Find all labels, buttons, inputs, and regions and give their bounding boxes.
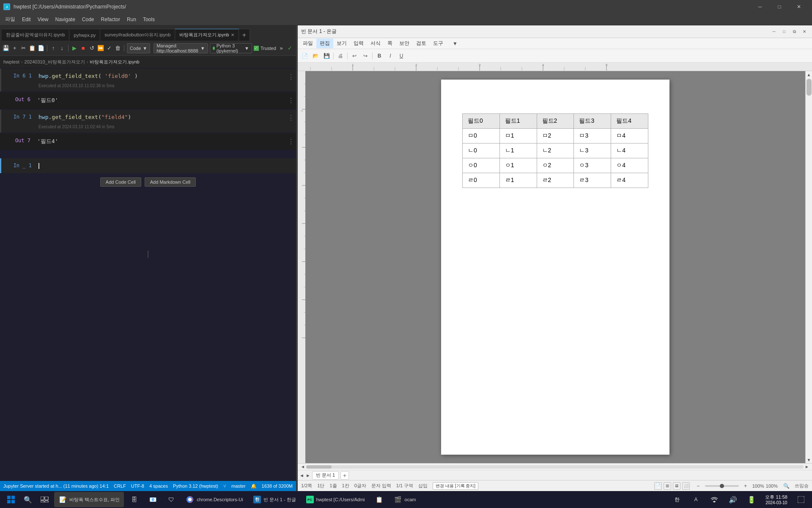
- tab-radiobutton[interactable]: survey#radiobutton아유지.ipynb: [100, 29, 175, 41]
- hwp-page-area[interactable]: 필드0 필드1 필드2 필드3 필드4 ㅁ0 ㅁ1: [305, 71, 805, 463]
- hwp-minimize-button[interactable]: ─: [770, 28, 778, 36]
- hwp-tab-add[interactable]: +: [340, 471, 349, 480]
- hwp-scroll-thumb[interactable]: [807, 79, 812, 96]
- hwp-open-button[interactable]: 📂: [310, 51, 321, 61]
- cell-input-code[interactable]: [35, 160, 296, 171]
- breadcrumb-folder[interactable]: 20240310_바탕폭표가져오기: [25, 59, 85, 65]
- hwp-bold-button[interactable]: B: [374, 51, 384, 61]
- menu-file[interactable]: 파일: [2, 14, 19, 25]
- hwp-scroll-up[interactable]: ▲: [806, 71, 812, 78]
- hwp-change-notice-btn[interactable]: 변경 내용 [기록 중지]: [433, 482, 478, 490]
- hwp-menu-edit[interactable]: 편집: [316, 39, 333, 48]
- paste-button[interactable]: 📄: [37, 43, 44, 53]
- hwp-view-btn-1[interactable]: 📄: [654, 482, 662, 490]
- hwp-scrollbar-v[interactable]: ▲ ▼: [805, 71, 812, 463]
- close-button[interactable]: ✕: [789, 0, 809, 14]
- hwp-print-button[interactable]: 🖨: [335, 51, 346, 61]
- hwp-save-button[interactable]: 💾: [321, 51, 332, 61]
- save-button[interactable]: 💾: [3, 43, 10, 53]
- menu-run[interactable]: Run: [123, 15, 140, 24]
- move-up-button[interactable]: ↑: [50, 43, 57, 53]
- clear-button[interactable]: 🗑: [115, 43, 122, 53]
- taskbar-app-chrome[interactable]: chrome.Descriptors-Ui: [181, 492, 247, 507]
- hwp-zoom-out[interactable]: −: [693, 481, 703, 491]
- cell-in-7-more[interactable]: ⋮: [286, 111, 296, 124]
- menu-navigate[interactable]: Navigate: [52, 15, 78, 24]
- hwp-view-btn-3[interactable]: 🖥: [673, 482, 680, 490]
- hwp-menu-file[interactable]: 파일: [299, 39, 316, 48]
- hwp-restore-button[interactable]: ⧉: [790, 28, 798, 36]
- menu-tools[interactable]: Tools: [140, 15, 158, 24]
- cell-in-6-more[interactable]: ⋮: [286, 70, 296, 83]
- hwp-menu-security[interactable]: 보안: [396, 39, 413, 48]
- hwp-scroll-track[interactable]: [806, 78, 812, 456]
- trusted-checkbox[interactable]: ✓: [254, 46, 259, 51]
- hwp-scroll-down[interactable]: ▼: [806, 456, 812, 463]
- add-cell-button[interactable]: +: [11, 43, 19, 53]
- battery-icon[interactable]: 🔋: [744, 492, 759, 507]
- taskbar-app-defender[interactable]: 🛡: [163, 492, 180, 507]
- hwp-scroll-left[interactable]: ◄: [299, 464, 306, 469]
- notification-button[interactable]: [793, 492, 809, 507]
- hwp-view-btn-4[interactable]: ⬜: [682, 482, 690, 490]
- clock-display[interactable]: 오후 11:58 2024-03-10: [763, 494, 790, 505]
- breadcrumb-file[interactable]: 바탕폭표가져오기.ipynb: [90, 59, 139, 65]
- hwp-close-button[interactable]: ✕: [800, 28, 809, 36]
- taskbar-app-explorer[interactable]: 🗄: [126, 492, 143, 507]
- task-view-button[interactable]: [37, 492, 52, 507]
- hwp-zoom-thumb[interactable]: [720, 484, 724, 488]
- hwp-tab-doc1[interactable]: 빈 문서 1: [312, 471, 339, 480]
- tab-add[interactable]: +: [239, 29, 250, 41]
- hwp-prev-tab[interactable]: ◄: [299, 473, 304, 478]
- add-code-cell-button[interactable]: Add Code Cell: [100, 177, 141, 187]
- hwp-zoom-in[interactable]: +: [741, 481, 751, 491]
- hwp-underline-button[interactable]: U: [396, 51, 406, 61]
- run-button[interactable]: ▶: [71, 43, 78, 53]
- hwp-undo-button[interactable]: ↩: [349, 51, 359, 61]
- copy-button[interactable]: 📋: [29, 43, 36, 53]
- code-check-button[interactable]: ✓: [106, 43, 113, 53]
- taskbar-app-mail[interactable]: 📧: [144, 492, 161, 507]
- hwp-magnifier-button[interactable]: 🔍: [781, 481, 791, 491]
- hwp-menu-page[interactable]: 쪽: [384, 39, 396, 48]
- menu-edit[interactable]: Edit: [19, 15, 34, 24]
- cell-in-6-code[interactable]: hwp.get_field_text( 'field0' ): [35, 70, 286, 82]
- cell-in-7-code[interactable]: hwp.get_field_text("field4"): [35, 111, 286, 123]
- hwp-hscroll-track[interactable]: [306, 465, 804, 469]
- menu-view[interactable]: View: [34, 15, 52, 24]
- hwp-italic-button[interactable]: I: [385, 51, 395, 61]
- hwp-menu-review[interactable]: 검토: [413, 39, 430, 48]
- move-down-button[interactable]: ↓: [58, 43, 66, 53]
- cut-button[interactable]: ✂: [20, 43, 27, 53]
- menu-code[interactable]: Code: [79, 15, 98, 24]
- hwp-scroll-right[interactable]: ►: [804, 464, 810, 469]
- hwp-next-tab[interactable]: ►: [306, 473, 310, 478]
- tab-hwpx-jupyter[interactable]: 한글줄바꿈엑셀아유지.ipynb: [2, 29, 69, 41]
- breadcrumb-root[interactable]: hwptest: [3, 59, 19, 64]
- restart-run-button[interactable]: ⏩: [97, 43, 104, 53]
- hwp-menu-input[interactable]: 입력: [350, 39, 367, 48]
- tab-pyhwpx[interactable]: pyhwpx.py: [69, 29, 100, 41]
- cell-type-dropdown[interactable]: Code ▼: [127, 43, 150, 53]
- add-markdown-cell-button[interactable]: Add Markdown Cell: [145, 177, 196, 187]
- hwp-hscroll-thumb[interactable]: [306, 465, 332, 469]
- taskbar-app-ocam[interactable]: 🎬 ocam: [390, 492, 420, 507]
- maximize-button[interactable]: □: [770, 0, 789, 14]
- tab-barang[interactable]: 바탕폭표가져오기.ipynb ✕: [175, 29, 239, 41]
- hwp-view-btn-2[interactable]: ⊞: [664, 482, 671, 490]
- menu-refactor[interactable]: Refactor: [98, 15, 123, 24]
- keyboard-icon[interactable]: 한: [669, 492, 685, 507]
- hwp-menu-extra1[interactable]: ▼: [450, 39, 460, 49]
- empty-area[interactable]: |: [0, 190, 296, 317]
- trusted-badge[interactable]: ✓ Trusted: [254, 43, 276, 53]
- taskbar-app-pycharm[interactable]: PC hwptest [C:/Users/Admi: [302, 492, 369, 507]
- hwp-menu-tools[interactable]: 도구: [430, 39, 447, 48]
- taskbar-app-clipboard[interactable]: 📋: [371, 492, 388, 507]
- network-icon[interactable]: [707, 492, 722, 507]
- volume-icon[interactable]: 🔊: [725, 492, 741, 507]
- hwp-redo-button[interactable]: ↪: [360, 51, 370, 61]
- cell-out-6-more[interactable]: ⋮: [286, 94, 296, 107]
- hwp-new-button[interactable]: 📄: [299, 51, 310, 61]
- hwp-menu-view[interactable]: 보기: [333, 39, 350, 48]
- ime-icon[interactable]: A: [688, 492, 703, 507]
